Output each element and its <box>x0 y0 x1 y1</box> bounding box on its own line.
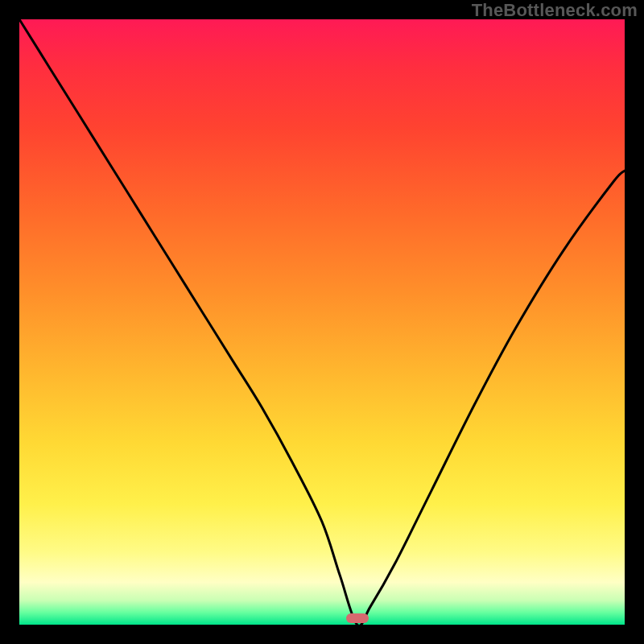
optimum-marker <box>346 613 369 623</box>
curve-path <box>19 19 625 625</box>
plot-area <box>19 19 625 625</box>
watermark-text: TheBottleneck.com <box>472 0 638 21</box>
chart-frame: TheBottleneck.com <box>0 0 644 644</box>
bottleneck-curve <box>19 19 625 625</box>
